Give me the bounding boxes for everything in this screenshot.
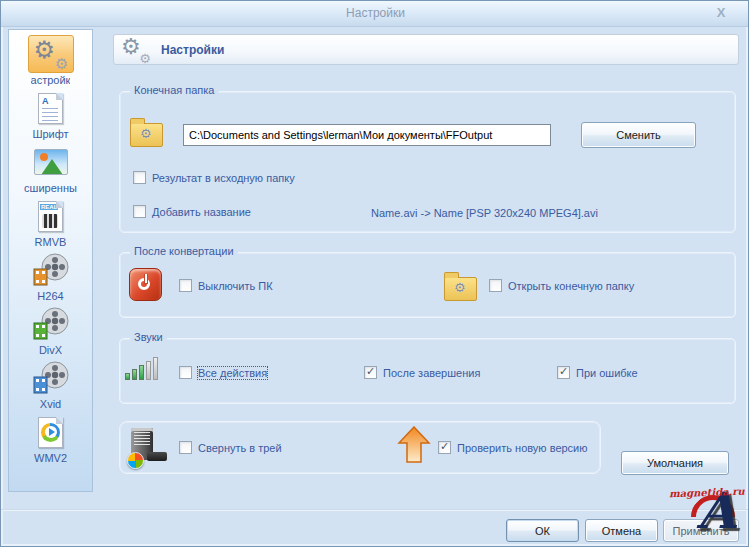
ok-button[interactable]: ОК [506,519,579,542]
group-title: Конечная папка [130,84,219,96]
append-name-checkbox[interactable]: ✓ Добавить название [133,205,251,218]
checkbox-box: ✓ [179,366,192,379]
computer-icon [127,428,171,468]
up-arrow-icon [397,426,431,464]
footer-divider [1,509,749,511]
real-media-document-icon: REAL [38,201,63,232]
power-icon [129,268,162,301]
checkbox-box: ✓ [557,366,570,379]
picture-icon [34,149,68,175]
checkbox-box: ✓ [179,441,192,454]
output-folder-icon: ⚙ [130,123,163,147]
gears-icon: ⚙⚙ [121,37,151,63]
sidebar-item-label: WMV2 [34,452,67,464]
film-reel-green-icon [32,307,70,341]
sidebar-item-wmv2[interactable]: WMV2 [9,413,92,467]
group-title: После конвертации [130,245,238,257]
sidebar-item-settings[interactable]: ⚙⚙ астройк [9,35,92,89]
sidebar-item-divx[interactable]: DivX [9,305,92,359]
film-reel-orange-icon [32,253,70,287]
rename-example-text: Name.avi -> Name [PSP 320x240 MPEG4].avi [371,207,598,219]
checkbox-box: ✓ [179,279,192,292]
sidebar-item-label: Xvid [40,398,61,410]
sidebar-item-label: астройк [31,74,71,86]
sidebar-item-advanced[interactable]: сширенны [9,143,92,197]
sidebar-item-label: DivX [39,344,62,356]
settings-window: Настройки X ⚙⚙ астройк A Шрифт сширенны … [0,0,749,547]
checkbox-box: ✓ [438,441,451,454]
sidebar-item-label: RMVB [35,236,67,248]
selected-item-highlight: ⚙⚙ [28,35,74,73]
result-to-source-checkbox[interactable]: ✓ Результат в исходную папку [133,171,295,184]
sidebar-item-h264[interactable]: H264 [9,251,92,305]
sidebar-item-xvid[interactable]: Xvid [9,359,92,413]
defaults-button[interactable]: Умолчания [621,451,729,475]
cancel-button[interactable]: Отмена [585,519,658,542]
all-actions-sound-checkbox[interactable]: ✓ Все действия [179,366,267,379]
sound-bars-icon [125,357,158,380]
output-path-input[interactable] [183,124,551,146]
change-folder-button[interactable]: Сменить [581,122,696,148]
sidebar-item-label: сширенны [24,182,77,194]
sidebar: ⚙⚙ астройк A Шрифт сширенны REAL RMVB [8,29,93,492]
close-icon[interactable]: X [712,5,730,20]
sidebar-item-label: Шрифт [32,128,68,140]
title-bar[interactable]: Настройки X [1,1,749,27]
shutdown-pc-checkbox[interactable]: ✓ Выключить ПК [179,279,273,292]
checkbox-box: ✓ [364,366,377,379]
sidebar-item-font[interactable]: A Шрифт [9,89,92,143]
page-header: ⚙⚙ Настройки [113,34,739,65]
minimize-to-tray-checkbox[interactable]: ✓ Свернуть в трей [179,441,282,454]
open-output-folder-checkbox[interactable]: ✓ Открыть конечную папку [489,279,634,292]
checkbox-box: ✓ [489,279,502,292]
checkbox-box: ✓ [133,205,146,218]
film-reel-blue-icon [32,361,70,395]
media-player-document-icon [38,417,63,448]
page-title: Настройки [161,43,224,57]
font-document-icon: A [38,93,63,124]
on-complete-sound-checkbox[interactable]: ✓ После завершения [364,366,480,379]
on-error-sound-checkbox[interactable]: ✓ При ошибке [557,366,638,379]
folder-icon: ⚙ [444,277,477,301]
group-title: Звуки [130,331,167,343]
sidebar-item-label: H264 [37,290,63,302]
sidebar-item-rmvb[interactable]: REAL RMVB [9,197,92,251]
settings-gears-icon: ⚙⚙ [34,38,68,70]
check-new-version-checkbox[interactable]: ✓ Проверить новую версию [438,441,588,454]
window-title: Настройки [1,6,749,20]
checkbox-box: ✓ [133,171,146,184]
